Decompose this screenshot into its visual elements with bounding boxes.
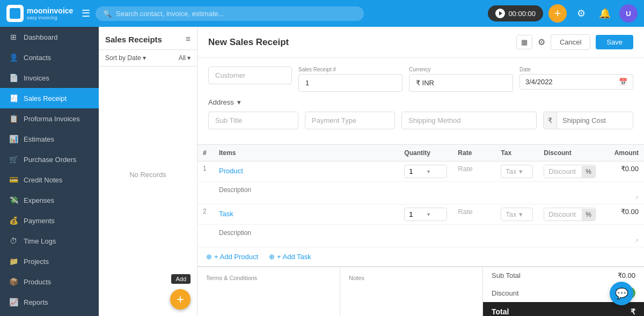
payment-type-input[interactable] [305, 112, 395, 129]
currency-group: Currency [409, 67, 513, 92]
item-name-cell-2 [214, 204, 399, 225]
search-input[interactable] [116, 10, 356, 18]
tax-wrap-1: Tax ▾ [501, 165, 533, 178]
top-navigation: mooninvoice easy invoicing ☰ 🔍 00:00:00 … [0, 0, 644, 27]
item-desc-input-1[interactable] [219, 185, 639, 195]
subtitle-input[interactable] [208, 112, 298, 129]
rate-input-1[interactable] [458, 165, 490, 173]
add-task-button[interactable]: ⊕ + Add Task [269, 253, 311, 261]
barcode-button[interactable]: ▦ [516, 35, 532, 49]
sidebar-item-time-logs[interactable]: ⏱ Time Logs [0, 231, 99, 251]
form-settings-button[interactable]: ⚙ [538, 37, 545, 47]
sidebar-item-expenses[interactable]: 💸 Expenses [0, 190, 99, 210]
terms-box: Terms & Conditions [197, 267, 340, 316]
chat-bubble-button[interactable]: 💬 [610, 282, 633, 305]
search-bar: 🔍 [96, 6, 364, 21]
item-desc-input-2[interactable] [219, 228, 639, 238]
receipt-num-input[interactable] [298, 74, 402, 92]
filter-button[interactable]: ≡ [186, 34, 191, 44]
discount-wrap-1: % [544, 165, 596, 178]
add-product-button[interactable]: ⊕ + Add Product [206, 253, 258, 261]
qty-arrow-icon-1[interactable]: ▾ [427, 168, 430, 174]
sidebar-item-label: Purchase Orders [24, 156, 76, 164]
estimates-icon: 📊 [9, 135, 18, 143]
all-chevron-icon: ▾ [187, 54, 191, 62]
resize-handle-2[interactable]: ↗ [219, 238, 639, 244]
qty-input-2[interactable] [409, 210, 425, 218]
sidebar-item-sales-receipt[interactable]: 🧾 Sales Receipt [0, 88, 99, 108]
notes-textarea[interactable] [349, 284, 474, 311]
sidebar-item-contacts[interactable]: 👤 Contacts [0, 47, 99, 68]
discount-input-1[interactable] [544, 165, 582, 178]
qty-input-1[interactable] [409, 167, 425, 175]
sidebar-item-label: Proforma Invoices [24, 115, 80, 123]
date-input-wrap: 📅 [519, 74, 633, 90]
qty-arrow-icon-2[interactable]: ▾ [427, 211, 430, 217]
rate-input-2[interactable] [458, 208, 490, 216]
add-fab-button[interactable]: + [170, 289, 191, 310]
date-input[interactable] [525, 78, 616, 86]
rate-cell-1 [452, 161, 495, 182]
timer-play-icon [495, 9, 505, 18]
address-toggle[interactable]: Address ▾ [208, 98, 633, 106]
address-label: Address [208, 98, 234, 106]
sidebar-item-projects[interactable]: 📁 Projects [0, 251, 99, 271]
item-name-input-1[interactable] [219, 165, 393, 177]
item-name-input-2[interactable] [219, 208, 393, 220]
settings-icon-button[interactable]: ⚙ [572, 4, 590, 23]
discount-pct-1[interactable]: % [582, 166, 595, 178]
avatar-initials: U [626, 10, 631, 18]
resize-handle-1[interactable]: ↗ [219, 195, 639, 201]
global-add-button[interactable]: + [548, 4, 567, 23]
tax-arrow-icon-1[interactable]: ▾ [519, 167, 523, 175]
main-layout: ⊞ Dashboard 👤 Contacts 📄 Invoices 🧾 Sale… [0, 27, 644, 316]
col-quantity: Quantity [399, 145, 452, 161]
sidebar-item-dashboard[interactable]: ⊞ Dashboard [0, 27, 99, 47]
sort-chevron-icon: ▾ [143, 54, 146, 62]
tax-cell-1: Tax ▾ [495, 161, 538, 182]
sidebar-item-estimates[interactable]: 📊 Estimates [0, 129, 99, 149]
sort-by-date-button[interactable]: Sort by Date ▾ [105, 54, 146, 62]
cancel-button[interactable]: Cancel [551, 34, 590, 50]
hamburger-button[interactable]: ☰ [82, 8, 90, 19]
payments-icon: 💰 [9, 216, 18, 225]
shipping-method-input[interactable] [401, 112, 537, 129]
bottom-section: Terms & Conditions Notes Sub Total ₹0.00… [197, 267, 644, 316]
currency-input[interactable] [409, 74, 513, 92]
sidebar-item-proforma[interactable]: 📋 Proforma Invoices [0, 108, 99, 129]
search-icon: 🔍 [103, 10, 112, 18]
sidebar-item-label: Projects [24, 258, 49, 266]
time-logs-icon: ⏱ [9, 237, 18, 245]
logo-icon [6, 5, 24, 22]
tax-arrow-icon-2[interactable]: ▾ [519, 210, 523, 218]
discount-input-2[interactable] [544, 208, 582, 221]
sidebar-item-purchase-orders[interactable]: 🛒 Purchase Orders [0, 149, 99, 170]
shipping-cost-input[interactable] [557, 112, 633, 129]
terms-textarea[interactable] [206, 284, 331, 311]
sidebar-item-payments[interactable]: 💰 Payments [0, 210, 99, 231]
sidebar: ⊞ Dashboard 👤 Contacts 📄 Invoices 🧾 Sale… [0, 27, 99, 316]
sidebar-item-invoices[interactable]: 📄 Invoices [0, 68, 99, 88]
timer-button[interactable]: 00:00:00 [488, 5, 543, 21]
qty-wrap-2: ▾ [404, 208, 447, 221]
shipping-cost-wrap: ₹ [543, 112, 633, 129]
customer-input[interactable] [208, 67, 292, 84]
barcode-icon: ▦ [521, 38, 528, 46]
shipping-cost-field: ₹ [543, 112, 633, 129]
main-content: New Sales Receipt ▦ ⚙ Cancel Save [197, 27, 644, 316]
discount-pct-2[interactable]: % [582, 209, 595, 221]
discount-cell-2: % [538, 204, 601, 225]
sidebar-item-credit-notes[interactable]: 💳 Credit Notes [0, 170, 99, 190]
sidebar-item-label: Expenses [24, 196, 54, 204]
save-button[interactable]: Save [596, 35, 633, 49]
notifications-icon-button[interactable]: 🔔 [596, 4, 614, 23]
sidebar-item-label: Invoices [24, 74, 49, 82]
all-filter-button[interactable]: All ▾ [179, 54, 191, 62]
terms-label: Terms & Conditions [206, 275, 331, 281]
credit-notes-icon: 💳 [9, 175, 18, 184]
sidebar-item-label: Products [24, 278, 51, 286]
sidebar-item-products[interactable]: 📦 Products [0, 271, 99, 292]
avatar[interactable]: U [619, 4, 638, 23]
add-record-area: Add + [170, 289, 191, 310]
sidebar-item-reports[interactable]: 📈 Reports [0, 292, 99, 312]
